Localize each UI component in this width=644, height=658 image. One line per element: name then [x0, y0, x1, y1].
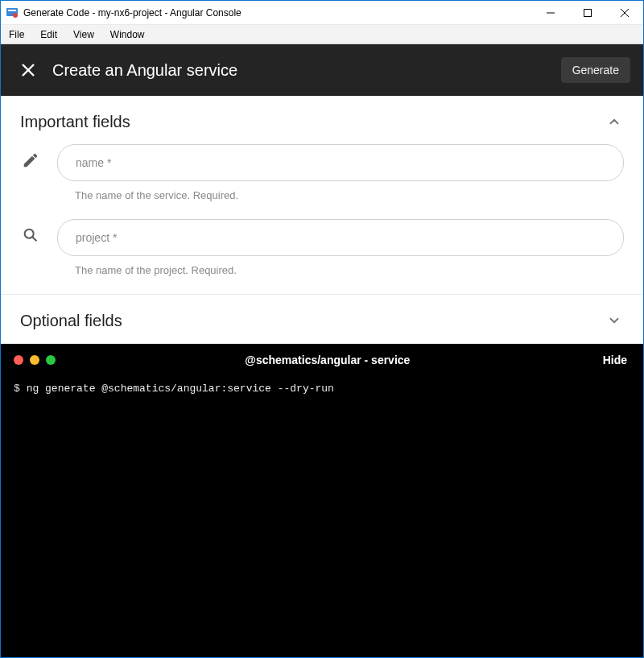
menu-bar: File Edit View Window: [1, 25, 643, 44]
name-field-row: The name of the service. Required.: [20, 144, 624, 206]
project-helper-text: The name of the project. Required.: [75, 264, 624, 276]
window-controls: [532, 1, 643, 25]
optional-fields-header[interactable]: Optional fields: [20, 311, 624, 330]
form-body: Important fields The name of the service…: [1, 96, 643, 344]
svg-rect-1: [8, 10, 16, 11]
chevron-down-icon: [605, 311, 624, 330]
close-icon[interactable]: [14, 56, 43, 85]
svg-point-9: [25, 230, 34, 238]
page-title: Create an Angular service: [52, 61, 237, 80]
project-input-wrapper: [57, 219, 624, 256]
important-fields-header[interactable]: Important fields: [20, 112, 624, 131]
window-title-bar: Generate Code - my-nx6-project - Angular…: [1, 1, 643, 25]
page-header: Create an Angular service Generate: [1, 44, 643, 96]
traffic-green-icon: [46, 355, 56, 365]
important-fields-title: Important fields: [20, 113, 130, 131]
traffic-yellow-icon: [30, 355, 39, 365]
name-input[interactable]: [76, 156, 605, 169]
minimize-button[interactable]: [532, 1, 569, 25]
menu-edit[interactable]: Edit: [32, 29, 65, 40]
name-input-wrapper: [57, 144, 624, 181]
menu-view[interactable]: View: [65, 29, 102, 40]
terminal-panel: @schematics/angular - service Hide $ ng …: [1, 344, 643, 657]
search-icon: [20, 219, 41, 251]
terminal-title: @schematics/angular - service: [56, 354, 600, 366]
optional-fields-title: Optional fields: [20, 312, 122, 330]
important-fields-section: Important fields The name of the service…: [1, 96, 643, 295]
terminal-body[interactable]: $ ng generate @schematics/angular:servic…: [1, 376, 643, 657]
project-field-row: The name of the project. Required.: [20, 219, 624, 281]
traffic-red-icon: [14, 355, 23, 365]
generate-button[interactable]: Generate: [561, 57, 630, 83]
pencil-icon: [20, 144, 41, 176]
terminal-header: @schematics/angular - service Hide: [1, 344, 643, 376]
svg-line-10: [32, 237, 36, 241]
svg-point-2: [13, 13, 18, 18]
terminal-prompt: $: [14, 383, 20, 395]
optional-fields-section: Optional fields: [1, 295, 643, 344]
project-input[interactable]: [76, 231, 605, 244]
maximize-button[interactable]: [569, 1, 606, 25]
menu-window[interactable]: Window: [102, 29, 153, 40]
traffic-lights: [14, 355, 56, 365]
terminal-command: ng generate @schematics/angular:service …: [27, 383, 334, 395]
window-title: Generate Code - my-nx6-project - Angular…: [23, 7, 242, 19]
chevron-up-icon: [605, 112, 624, 131]
hide-terminal-button[interactable]: Hide: [600, 352, 630, 368]
app-icon: [6, 6, 19, 19]
name-helper-text: The name of the service. Required.: [75, 189, 624, 201]
window-close-button[interactable]: [606, 1, 643, 25]
menu-file[interactable]: File: [1, 29, 32, 40]
svg-rect-4: [584, 9, 592, 16]
